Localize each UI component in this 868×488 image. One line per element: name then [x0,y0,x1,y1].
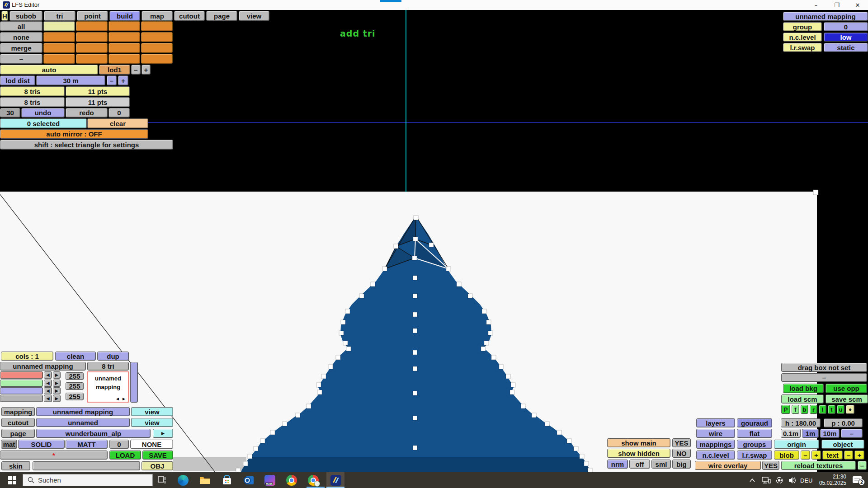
nrm-sml-button[interactable]: sml [651,460,671,469]
vertex-handle[interactable] [414,216,418,220]
tab-map[interactable]: map [142,11,173,21]
group-value[interactable]: 0 [824,22,868,31]
vertex-handle[interactable] [574,446,578,451]
bkg-l-button[interactable]: l [819,405,826,414]
vertex-handle[interactable] [481,347,486,351]
use-opp-button[interactable]: use opp [826,384,867,393]
vertex-handle[interactable] [412,256,417,260]
grid-10m-button[interactable]: 10m [820,429,840,438]
bkg-t-button[interactable]: t [828,405,835,414]
vertex-handle[interactable] [341,320,345,324]
vertex-handle[interactable] [260,439,265,443]
mat-none-button[interactable]: NONE [130,440,173,449]
lfs-editor-taskbar-icon[interactable] [329,474,343,487]
vertex-handle[interactable] [359,294,364,298]
redo-button[interactable]: redo [66,108,108,117]
maximize-button[interactable]: ❐ [826,0,847,10]
vertex-handle[interactable] [270,430,275,435]
cols-button[interactable]: cols : 1 [1,352,53,361]
arrow-left-button[interactable]: ◄ [44,395,52,402]
arrow-left-button[interactable]: ◄ [44,380,52,387]
vertex-handle[interactable] [382,267,387,271]
skin-label[interactable]: skin [1,461,30,470]
lod1-button[interactable]: lod1 [99,65,130,75]
grid-cell[interactable] [141,32,173,42]
tab-view[interactable]: view [239,11,269,21]
grid-cell[interactable] [76,43,108,53]
background-corner-handle[interactable] [813,190,818,195]
close-button[interactable]: ✕ [847,0,868,10]
show-main-yes[interactable]: YES [672,438,691,447]
groups-button[interactable]: groups [737,440,772,449]
vertex-handle[interactable] [557,430,561,435]
blob-plus-button[interactable]: + [811,450,821,460]
vertex-handle[interactable] [580,454,584,459]
nrm-big-button[interactable]: big [672,460,691,469]
mat-zero-button[interactable]: 0 [109,440,129,449]
vertex-handle[interactable] [413,366,417,371]
lod-plus-button[interactable]: + [142,65,151,75]
vertex-handle[interactable] [506,374,510,379]
show-hidden-button[interactable]: show hidden [607,449,670,458]
lrswap-label[interactable]: l.r.swap [783,43,822,52]
vertex-handle[interactable] [413,391,417,395]
preview-arrow-right[interactable]: ► [122,396,126,401]
volume-icon[interactable] [787,474,798,487]
page-row-value[interactable]: wunderbaum_alp [36,429,151,438]
ncl-value[interactable]: low [824,33,868,42]
clock[interactable]: 21:30 05.02.2025 [814,474,846,486]
preview-arrow-left[interactable]: ◄ [115,396,120,401]
vertex-handle[interactable] [296,413,300,418]
tab-page[interactable]: page [206,11,237,21]
text-minus-button[interactable]: – [844,450,853,460]
grid-dash-button[interactable]: – [841,429,863,438]
arrow-right-button[interactable]: ► [53,371,61,379]
chrome-icon[interactable] [285,474,298,487]
vertex-handle[interactable] [468,294,472,298]
tab-build[interactable]: build [109,11,140,21]
color-value-r[interactable]: 255 [66,372,84,380]
current-mapping-button[interactable]: unnamed mapping [0,362,86,371]
color-value-b[interactable]: 255 [66,393,84,400]
select-minus-button[interactable]: – [0,54,42,64]
color-swatch-green[interactable] [0,380,43,387]
vertex-handle[interactable] [283,422,287,426]
grid-cell[interactable] [43,32,75,42]
vertex-handle[interactable] [499,365,504,369]
vertex-handle[interactable] [254,446,258,451]
select-all-button[interactable]: all [0,21,42,31]
vertex-handle[interactable] [336,355,340,360]
show-main-button[interactable]: show main [607,438,670,447]
show-hidden-no[interactable]: NO [672,449,691,458]
task-view-icon[interactable] [155,474,169,487]
arrow-left-button[interactable]: ◄ [44,371,52,379]
vertex-handle[interactable] [317,390,322,394]
vertex-handle[interactable] [394,244,398,249]
layers-button[interactable]: layers [696,418,735,427]
vertex-handle[interactable] [343,341,348,345]
object-button[interactable]: object [821,440,864,449]
bkg-b-button[interactable]: b [801,405,808,414]
network-icon[interactable] [760,474,772,487]
grid-cell[interactable] [108,43,140,53]
obj-button[interactable]: OBJ [142,461,173,470]
arrow-right-button[interactable]: ► [53,395,61,402]
grid-cell[interactable] [43,43,75,53]
language-indicator[interactable]: DEU [800,477,812,484]
vertex-handle[interactable] [511,383,515,387]
nrm-off-button[interactable]: off [629,460,650,469]
pitch-value[interactable]: p : 0.00 [824,418,863,427]
vertex-handle[interactable] [545,422,549,426]
grid-cell[interactable] [141,54,173,64]
meeting-icon[interactable] [774,474,786,487]
text-button[interactable]: text [822,450,843,460]
color-swatch-red[interactable] [0,371,43,379]
vertex-handle[interactable] [243,461,248,466]
color-swatch-blue[interactable] [0,387,43,394]
vertex-handle[interactable] [413,328,417,333]
blob-minus-button[interactable]: – [801,450,810,460]
vertex-handle[interactable] [491,355,496,360]
mappings-button[interactable]: mappings [696,440,735,449]
gouraud-button[interactable]: gouraud [737,418,772,427]
ncl-label[interactable]: n.c.level [783,33,822,42]
